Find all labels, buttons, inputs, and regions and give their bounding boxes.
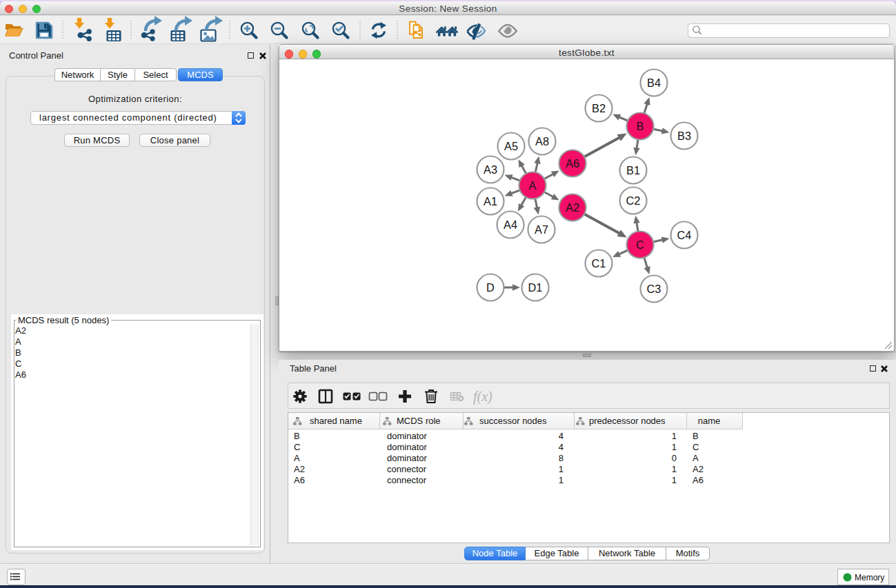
svg-text:B4: B4 [647,77,661,89]
svg-text:C1: C1 [592,257,606,270]
svg-text:A7: A7 [535,223,548,236]
svg-text:A2: A2 [566,201,579,214]
svg-text:B2: B2 [592,102,606,114]
svg-text:D: D [486,281,495,294]
svg-text:A1: A1 [484,195,497,207]
svg-text:D1: D1 [528,281,543,294]
svg-text:B1: B1 [626,164,640,176]
svg-text:C2: C2 [626,194,641,207]
svg-text:A4: A4 [504,219,517,231]
svg-text:f(x): f(x) [473,389,492,405]
svg-text:C4: C4 [677,229,692,241]
svg-text:C3: C3 [647,283,661,295]
svg-text:A8: A8 [535,135,549,148]
svg-text:A5: A5 [504,140,518,152]
svg-text:C: C [636,239,644,251]
svg-text:A6: A6 [566,157,579,170]
svg-text:B3: B3 [677,130,691,142]
svg-text:A3: A3 [484,163,497,176]
svg-text:B: B [637,120,644,132]
svg-text:A: A [529,179,537,192]
